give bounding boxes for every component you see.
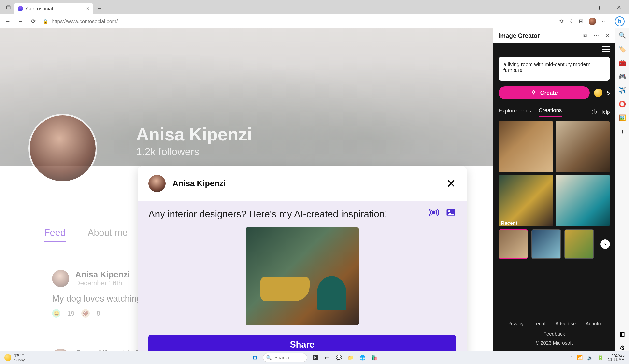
image-creator-panel: Image Creator ⧉ ⋯ ✕ a living room with m… [493,28,615,351]
svg-rect-0 [7,6,10,9]
url-field[interactable]: 🔒 https://www.contosocial.com/ [43,18,553,24]
footer-feedback[interactable]: Feedback [498,331,610,337]
image-creator-rail-icon[interactable]: 🖼️ [619,115,626,121]
chat-taskbar-icon[interactable]: 💬 [335,354,342,361]
edge-sidebar-rail: 🔍 🏷️ 🧰 🎮 ✈️ ⭕ 🖼️ ＋ ◧ ⚙ [615,28,629,351]
help-icon: ⓘ [592,109,597,116]
minimize-button[interactable]: — [581,4,586,11]
store-taskbar-icon[interactable]: 🛍️ [370,354,378,361]
tab-title: Contosocial [26,6,53,11]
recent-label: Recent [501,220,615,226]
coin-count: 5 [607,90,610,96]
new-tab-button[interactable]: + [95,3,105,13]
create-button-label: Create [540,90,558,96]
collections-icon[interactable]: ⊞ [579,18,583,24]
tray-volume-icon[interactable]: 🔈 [587,355,593,361]
tray-battery-icon[interactable]: 🔋 [598,355,604,361]
svg-point-3 [448,210,450,212]
edge-taskbar-icon[interactable]: 🌐 [359,354,366,361]
bing-taskbar-icon[interactable]: 🅱 [312,354,319,361]
reaction-football-icon[interactable]: 🏈 [81,309,90,318]
modal-attached-image[interactable] [246,228,359,325]
tray-chevron-icon[interactable]: ˄ [570,355,573,361]
taskbar-clock[interactable]: 4/27/23 11:11 AM [608,354,625,362]
forward-button[interactable]: → [17,18,24,25]
profile-name: Anisa Kipenzi [136,124,252,144]
more-options-icon[interactable]: ⋯ [594,32,599,39]
add-rail-icon[interactable]: ＋ [619,128,626,135]
hamburger-menu-icon[interactable] [603,46,610,52]
post-avatar[interactable] [52,349,69,352]
address-bar: ← → ⟳ 🔒 https://www.contosocial.com/ ✩ ✧… [0,14,629,28]
favorites-icon[interactable]: ✧ [569,18,574,24]
post-date: December 16th [75,279,130,287]
recent-thumbnail[interactable] [531,230,561,259]
footer-legal[interactable]: Legal [533,321,545,327]
recent-thumbnail[interactable] [498,230,528,259]
explorer-taskbar-icon[interactable]: 📁 [347,354,354,361]
modal-close-button[interactable]: ✕ [446,177,456,190]
browser-tab[interactable]: Contosocial × [14,3,93,14]
tab-actions-icon[interactable] [5,4,12,11]
prompt-input[interactable]: a living room with mid-century modern fu… [498,57,610,81]
modal-caption: Any interior designers? Here's my AI-cre… [149,209,387,219]
help-link[interactable]: ⓘ Help [592,109,610,116]
creation-thumbnail[interactable] [498,121,553,172]
refresh-button[interactable]: ⟳ [30,18,37,25]
back-button[interactable]: ← [4,18,11,25]
reaction-laugh-icon[interactable]: 😄 [52,309,60,318]
maximize-button[interactable]: ▢ [599,4,604,11]
tab-close-icon[interactable]: × [86,5,89,12]
start-button[interactable]: ⊞ [251,354,259,361]
profile-avatar[interactable] [28,114,97,183]
toggle-sidebar-icon[interactable]: ◧ [619,331,626,338]
task-view-icon[interactable]: ▭ [323,354,331,361]
share-button[interactable]: Share [149,335,456,351]
profile-avatar-icon[interactable] [589,18,596,25]
tab-feed[interactable]: Feed [44,228,66,243]
creation-thumbnail[interactable] [556,121,610,172]
tools-rail-icon[interactable]: 🧰 [619,59,626,66]
send-rail-icon[interactable]: ✈️ [619,87,626,94]
search-placeholder: Search [275,355,289,360]
footer-advertise[interactable]: Advertise [555,321,576,327]
shopping-rail-icon[interactable]: 🏷️ [619,46,626,53]
recent-thumbnail[interactable] [564,230,594,259]
settings-rail-icon[interactable]: ⚙ [619,344,626,351]
broadcast-icon[interactable] [429,207,439,218]
create-button[interactable]: Create [498,87,590,99]
tab-creations[interactable]: Creations [539,107,562,117]
close-window-button[interactable]: ✕ [617,4,621,11]
reaction-count: 8 [97,310,100,317]
settings-more-icon[interactable]: ⋯ [602,18,607,24]
bing-chat-icon[interactable]: b [615,16,625,26]
footer-adinfo[interactable]: Ad info [586,321,601,327]
profile-followers: 1.2k followers [136,146,199,158]
favicon-icon [18,6,23,11]
tray-network-icon[interactable]: 📶 [577,355,583,361]
recent-row: › [493,226,615,262]
post-author: Anisa Kipenzi [75,270,130,279]
weather-temp: 78°F [14,354,25,358]
tab-about[interactable]: About me [88,228,128,243]
post-avatar[interactable] [52,270,69,287]
share-modal: Anisa Kipenzi ✕ Any interior designers? … [138,166,467,351]
games-rail-icon[interactable]: 🎮 [619,73,626,80]
search-rail-icon[interactable]: 🔍 [619,32,626,39]
taskbar-search[interactable]: 🔍 Search [263,353,307,362]
footer-privacy[interactable]: Privacy [507,321,524,327]
weather-widget[interactable]: 78°F Sunny [4,354,25,362]
modal-author: Anisa Kipenzi [172,179,226,188]
creation-thumbnail[interactable] [498,175,553,226]
sidebar-title: Image Creator [498,32,540,39]
lock-icon: 🔒 [43,19,48,24]
new-window-icon[interactable]: ⧉ [583,32,587,39]
recent-next-button[interactable]: › [601,240,610,249]
modal-avatar [149,175,165,192]
image-icon[interactable] [446,207,456,218]
read-aloud-icon[interactable]: ✩ [559,18,564,24]
office-rail-icon[interactable]: ⭕ [619,101,626,108]
creation-thumbnail[interactable] [556,175,610,226]
tab-explore-ideas[interactable]: Explore ideas [498,108,531,117]
close-panel-button[interactable]: ✕ [606,32,610,39]
